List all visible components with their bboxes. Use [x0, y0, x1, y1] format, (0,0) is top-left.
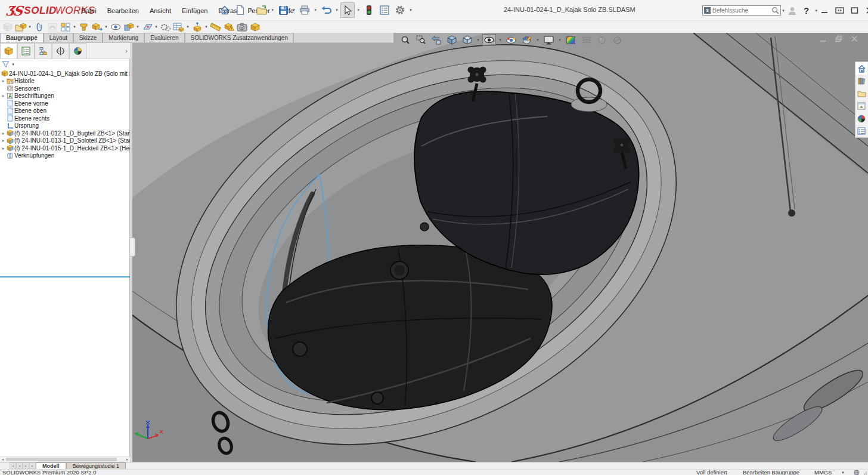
select-button[interactable] — [340, 2, 355, 18]
filter-funnel-icon[interactable] — [2, 61, 10, 68]
window-dock-button[interactable] — [833, 5, 846, 17]
save-button[interactable] — [276, 2, 290, 18]
window-close-button[interactable] — [863, 5, 868, 17]
linear-component-pattern-button[interactable] — [59, 21, 72, 33]
view-orientation-button[interactable] — [460, 34, 474, 46]
edit-appearance-dropdown[interactable]: ▾ — [535, 38, 540, 42]
section-view-button[interactable] — [445, 34, 458, 46]
dimxpertmanager-tab[interactable] — [52, 43, 69, 58]
tree-item-sensoren[interactable]: Sensoren — [0, 85, 130, 92]
tree-item-heckteil[interactable]: ▸ (f) 24-INU-01-015-1_D_Heckteil ZB<1> (… — [0, 144, 130, 152]
new-document-button[interactable] — [233, 2, 247, 18]
expand-icon[interactable]: ▸ — [0, 138, 7, 143]
tab-baugruppe[interactable]: Baugruppe — [0, 33, 44, 42]
tab-evaluieren[interactable]: Evaluieren — [144, 33, 184, 42]
zoom-to-area-button[interactable] — [414, 34, 427, 46]
view-settings-button[interactable] — [564, 34, 578, 46]
new-dropdown[interactable]: ▾ — [249, 8, 253, 13]
tree-item-beschriftungen[interactable]: ▸ A Beschriftungen — [0, 92, 130, 100]
pattern-dropdown[interactable]: ▾ — [72, 24, 77, 29]
chevron-right-icon[interactable]: › — [125, 47, 128, 54]
rollback-bar[interactable] — [0, 276, 130, 277]
expand-icon[interactable]: ▸ — [0, 131, 7, 136]
hide-show-items-button[interactable] — [504, 34, 518, 46]
apply-scene-dropdown[interactable]: ▾ — [557, 38, 562, 42]
model-tab[interactable]: Modell — [36, 462, 66, 469]
tree-horizontal-scrollbar[interactable]: ◂ ▸ — [0, 457, 130, 462]
solidworks-resources-tab[interactable] — [855, 62, 867, 75]
file-explorer-tab[interactable] — [855, 87, 867, 100]
select-dropdown[interactable]: ▾ — [356, 8, 361, 13]
show-hidden-components-button[interactable] — [109, 21, 122, 33]
reference-geometry-button[interactable] — [141, 21, 153, 33]
scrollbar-thumb[interactable] — [6, 458, 117, 461]
featuremanager-tree-tab[interactable] — [0, 43, 17, 58]
measure-button[interactable] — [209, 21, 222, 33]
interference-detection-button[interactable] — [222, 21, 235, 33]
tree-item-bugteil[interactable]: ▸ (f) 24-INU-01-012-1_D_Bugteil ZB<1> (S… — [0, 129, 130, 137]
isolate-button[interactable] — [249, 21, 261, 33]
doc-close-icon[interactable] — [850, 35, 858, 42]
login-icon[interactable] — [786, 5, 799, 17]
view-orientation-dropdown[interactable]: ▾ — [476, 38, 480, 42]
exploded-view-button[interactable] — [191, 21, 203, 33]
menu-ansicht[interactable]: Ansicht — [145, 5, 176, 17]
undo-button[interactable] — [319, 2, 333, 18]
insert-components-dropdown[interactable]: ▾ — [27, 24, 32, 29]
file-properties-button[interactable] — [377, 2, 392, 18]
tree-item-ebene-rechts[interactable]: Ebene rechts — [0, 115, 130, 122]
filter-dropdown[interactable]: ▾ — [11, 62, 16, 67]
tab-zusatzanwendungen[interactable]: SOLIDWORKS Zusatzanwendungen — [185, 33, 294, 42]
print-button[interactable] — [297, 2, 312, 18]
tree-item-historie[interactable]: ▸ Historie — [0, 78, 130, 85]
expand-icon[interactable]: ▸ — [0, 78, 7, 84]
command-search-input[interactable] — [712, 7, 771, 14]
window-maximize-button[interactable] — [848, 5, 861, 17]
appearances-scenes-tab[interactable] — [855, 112, 867, 125]
insert-components-button[interactable] — [14, 21, 27, 33]
custom-properties-tab[interactable] — [855, 125, 867, 137]
expand-icon[interactable]: ▸ — [0, 146, 7, 151]
design-library-tab[interactable] — [855, 75, 867, 87]
resize-grip-icon[interactable] — [863, 471, 867, 475]
scroll-right-icon[interactable]: ▸ — [125, 457, 130, 462]
perspective-button[interactable] — [610, 34, 624, 46]
new-motion-study-button[interactable] — [159, 21, 172, 33]
panel-collapse-handle[interactable] — [130, 237, 135, 257]
previous-view-button[interactable] — [429, 34, 443, 46]
smart-fasteners-button[interactable] — [78, 21, 90, 33]
bom-dropdown[interactable]: ▾ — [185, 24, 190, 29]
bill-of-materials-button[interactable] — [172, 21, 185, 33]
options-dropdown[interactable]: ▾ — [408, 8, 413, 13]
configurationmanager-tab[interactable] — [35, 43, 52, 58]
tags-globe-icon[interactable] — [854, 470, 860, 475]
view-palette-tab[interactable] — [855, 100, 867, 112]
assembly-features-button[interactable] — [122, 21, 135, 33]
units-label[interactable]: MMGS — [814, 469, 832, 475]
options-button[interactable] — [393, 2, 407, 18]
menu-bearbeiten[interactable]: Bearbeiten — [103, 5, 144, 17]
search-icon[interactable] — [771, 7, 779, 14]
prev-tab-icon[interactable]: ◂ — [16, 462, 23, 469]
expand-icon[interactable]: ▸ — [0, 93, 7, 98]
open-dropdown[interactable]: ▾ — [270, 8, 275, 13]
tab-markierung[interactable]: Markierung — [103, 33, 144, 42]
display-style-dropdown[interactable]: ▾ — [498, 38, 503, 42]
motion-study-tab[interactable]: Bewegungsstudie 1 — [66, 462, 126, 469]
window-minimize-button[interactable] — [818, 5, 831, 17]
first-tab-icon[interactable]: ◂ — [10, 462, 16, 469]
tree-item-ebene-oben[interactable]: Ebene oben — [0, 107, 130, 115]
ambient-occlusion-button[interactable] — [595, 34, 609, 46]
zoom-to-fit-button[interactable] — [398, 34, 412, 46]
magnetic-mate-button[interactable] — [46, 21, 58, 33]
tab-layout[interactable]: Layout — [44, 33, 73, 42]
displaymanager-tab[interactable] — [69, 43, 86, 58]
help-button[interactable]: ? — [804, 5, 809, 16]
tree-root-assembly[interactable]: 24-INU-01-024-1_D_Kajak Solo ZB (Solo mi… — [0, 70, 130, 78]
tree-item-ebene-vorne[interactable]: Ebene vorne — [0, 100, 130, 107]
doc-minimize-icon[interactable] — [819, 35, 827, 42]
assembly-features-dropdown[interactable]: ▾ — [135, 24, 140, 29]
reference-geometry-dropdown[interactable]: ▾ — [154, 24, 159, 29]
open-button[interactable] — [255, 2, 269, 18]
tab-skizze[interactable]: Skizze — [73, 33, 103, 42]
